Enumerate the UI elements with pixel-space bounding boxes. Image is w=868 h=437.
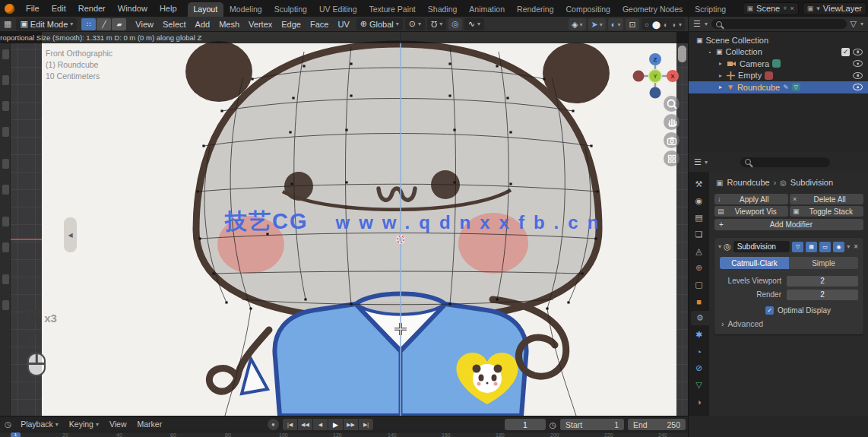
eye-icon[interactable] [853,49,863,55]
outliner-row-roundcube[interactable]: ▸ ▼ Roundcube ✎ ▽ [689,81,868,93]
properties-tab-modifiers[interactable]: ⚙ [691,311,709,325]
properties-tab-scene[interactable]: ◬ [689,244,709,258]
xray-toggle[interactable]: ⊡ [626,18,638,30]
end-frame-field[interactable]: End 250 [628,419,686,430]
properties-tab-render[interactable]: ◉ [689,194,709,208]
mode-dropdown[interactable]: ▣ Edit Mode ▾ [16,18,77,30]
properties-tab-object[interactable]: ■ [689,294,709,309]
filter-funnel-icon[interactable]: ▽ [851,19,857,29]
expander-icon[interactable]: ▸ [718,60,724,67]
workspace-tab-uv-editing[interactable]: UV Editing [313,2,363,17]
perspective-toggle-button[interactable] [664,150,680,166]
menu-file[interactable]: File [20,4,46,13]
outliner-row-camera[interactable]: ▸ Camera [689,58,868,70]
properties-tab-constraints[interactable]: ⊘ [689,361,709,375]
outliner-display-mode-dropdown[interactable]: ☰ [693,19,701,29]
outliner-search-input[interactable] [711,19,847,29]
overlays-dropdown[interactable]: ◐ ▾ [608,18,624,30]
eye-icon[interactable] [853,72,863,79]
current-frame-field[interactable]: 1 [505,419,546,430]
modifier-render-toggle[interactable]: ◉ [833,242,844,252]
scene-selector[interactable]: ▣ Scene + × [743,2,799,15]
properties-search-input[interactable] [740,157,830,167]
editor-type-icon[interactable]: ▦ [0,19,14,29]
modifier-extras-dropdown[interactable]: ▾ [847,243,850,250]
optimal-display-checkbox[interactable]: ✓ [765,306,774,315]
record-button[interactable]: ● [268,419,279,430]
workspace-tab-shading[interactable]: Shading [422,2,464,17]
menu-render[interactable]: Render [72,4,112,13]
breadcrumb-object[interactable]: Roundcube [727,178,769,187]
breadcrumb-modifier[interactable]: Subdivision [790,178,833,187]
pivot-point-dropdown[interactable]: ⊙ ▾ [405,18,425,30]
shading-material-button[interactable]: ◐ [664,21,668,29]
snap-dropdown[interactable]: Ω ▾ [427,18,446,30]
navigation-gizmo[interactable]: Z X Y [629,50,681,102]
transform-orientation-dropdown[interactable]: ⊕ Global ▾ [356,18,403,30]
render-levels-field[interactable]: 2 [787,290,858,300]
previous-keyframe-button[interactable]: ◀◀ [298,419,312,430]
workspace-tab-sculpting[interactable]: Sculpting [268,2,313,17]
face-select-button[interactable]: ▰ [112,18,126,30]
outliner-row-empty[interactable]: ▸ Empty [689,70,868,82]
eye-icon[interactable] [853,84,863,90]
workspace-tab-geometry-nodes[interactable]: Geometry Nodes [616,2,689,17]
jump-to-end-button[interactable]: ▶| [359,419,373,430]
modifier-name-field[interactable]: Subdivision [733,241,790,252]
apply-all-button[interactable]: ↓ Apply All [714,194,788,204]
expander-icon[interactable]: ▸ [718,72,724,79]
menu-face[interactable]: Face [306,20,333,29]
properties-tab-collection[interactable]: ▢ [689,277,709,292]
workspace-tab-compositing[interactable]: Compositing [560,2,616,17]
menu-vertex[interactable]: Vertex [244,20,277,29]
workspace-tab-layout[interactable]: Layout [188,2,224,17]
menu-view[interactable]: View [131,20,158,29]
timeline-editor-icon[interactable]: ◷ [0,420,14,429]
view-layer-selector[interactable]: ▣ ▾ ViewLayer [803,2,866,15]
menu-mesh[interactable]: Mesh [214,20,244,29]
modifier-on-cage-toggle[interactable]: ▽ [792,242,803,252]
3d-viewport[interactable]: Proportional Size (Smooth): 1.331 m D: 0… [0,32,688,416]
properties-tab-physics[interactable]: ◔ [689,344,709,359]
next-keyframe-button[interactable]: ▶▶ [344,419,358,430]
modifier-edit-mode-toggle[interactable]: ▦ [806,242,817,252]
shading-solid-button[interactable]: ⬤ [652,21,661,29]
close-scene-icon[interactable]: × [790,5,794,12]
chevron-down-icon[interactable]: ▾ [718,243,721,250]
properties-tab-world[interactable]: ⊕ [689,261,709,275]
outliner-row-scene-collection[interactable]: ▣ Scene Collection [689,34,868,46]
outliner-row-collection[interactable]: • ▣ Collection ✓ [689,46,868,59]
properties-tab-output[interactable]: ▤ [689,211,709,225]
simple-button[interactable]: Simple [789,257,858,269]
pan-button[interactable] [664,114,680,130]
vertex-select-button[interactable]: ∷ [81,18,96,30]
cursor-tool-dropdown[interactable]: ➤ ▾ [588,18,606,30]
proportional-editing-toggle[interactable]: ◎ [448,18,462,30]
shading-wireframe-button[interactable]: ○ [645,21,649,29]
workspace-tab-modeling[interactable]: Modeling [223,2,268,17]
menu-uv[interactable]: UV [333,20,353,29]
menu-edit[interactable]: Edit [46,4,72,13]
eye-icon[interactable] [853,60,863,67]
playback-menu[interactable]: Playback ▾ [16,420,63,429]
jump-to-start-button[interactable]: |◀ [283,419,297,430]
camera-view-button[interactable] [664,132,680,148]
playhead[interactable]: 1 [11,432,21,437]
catmull-clark-button[interactable]: Catmull-Clark [720,257,789,269]
menu-window[interactable]: Window [112,4,154,13]
proportional-falloff-dropdown[interactable]: ∿ ▾ [464,18,484,30]
levels-viewport-field[interactable]: 2 [787,276,858,287]
workspace-tab-rendering[interactable]: Rendering [511,2,559,17]
toolbar-collapse-handle[interactable]: ◀ [64,217,77,252]
marker-menu[interactable]: Marker [133,420,167,429]
properties-tab-tool[interactable]: ⚒ [689,177,709,192]
menu-help[interactable]: Help [154,4,183,13]
play-button[interactable]: ▶ [328,419,343,430]
delete-all-button[interactable]: × Delete All [790,194,863,204]
expander-icon[interactable]: ▸ [718,84,724,90]
timeline-ruler[interactable]: 20 40 60 80 100 120 140 160 180 200 220 … [0,432,688,437]
properties-tab-view-layer[interactable]: ❏ [689,227,709,242]
menu-select[interactable]: Select [158,20,191,29]
properties-tab-material[interactable]: ◑ [689,394,709,409]
properties-editor-icon[interactable]: ☰ [694,157,702,167]
